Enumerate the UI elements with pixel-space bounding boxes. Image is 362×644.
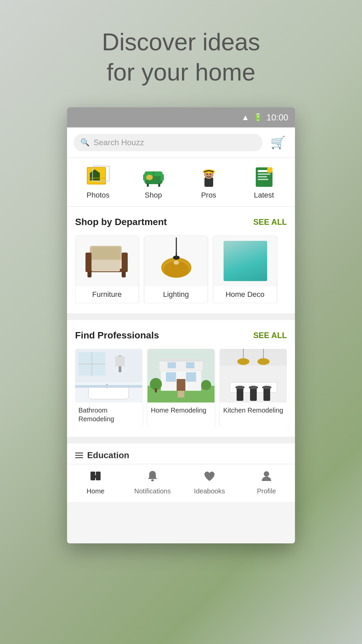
kitchen-svg bbox=[220, 349, 287, 402]
svg-rect-48 bbox=[115, 356, 125, 366]
svg-point-19 bbox=[210, 173, 211, 175]
cart-button[interactable]: 🛒 bbox=[268, 133, 288, 152]
section-header-pros: Find Professionals SEE ALL bbox=[75, 330, 287, 341]
cart-icon: 🛒 bbox=[270, 136, 286, 149]
nav-profile[interactable]: Profile bbox=[243, 470, 290, 495]
heart-svg bbox=[203, 470, 216, 482]
svg-rect-22 bbox=[258, 173, 270, 175]
search-placeholder: Search Houzz bbox=[94, 138, 144, 147]
svg-rect-11 bbox=[147, 183, 149, 187]
svg-rect-9 bbox=[143, 174, 146, 181]
shop-icon bbox=[142, 165, 165, 188]
svg-point-18 bbox=[206, 173, 208, 175]
svg-rect-14 bbox=[204, 177, 213, 187]
pro-card-kitchen[interactable]: Kitchen Remodeling bbox=[220, 349, 287, 427]
quick-nav: Photos Shop bbox=[67, 158, 295, 207]
bathroom-svg bbox=[75, 349, 142, 402]
battery-icon: 🔋 bbox=[253, 113, 262, 122]
nav-home[interactable]: Home bbox=[72, 470, 119, 495]
peek-title-row: Education bbox=[75, 450, 287, 461]
svg-point-69 bbox=[237, 358, 249, 365]
home-deco-label: Home Deco bbox=[214, 286, 277, 303]
house-svg bbox=[147, 349, 215, 402]
svg-rect-25 bbox=[267, 167, 273, 173]
professional-cards: Bathroom Remodeling bbox=[75, 349, 287, 427]
svg-rect-67 bbox=[220, 349, 287, 366]
profile-icon bbox=[260, 470, 273, 485]
svg-rect-33 bbox=[92, 260, 120, 271]
peek-title: Education bbox=[87, 450, 129, 461]
home-nav-svg bbox=[89, 470, 102, 482]
section-header-shop: Shop by Department SEE ALL bbox=[75, 217, 287, 227]
svg-rect-29 bbox=[122, 253, 128, 271]
svg-rect-23 bbox=[258, 176, 267, 177]
person-svg bbox=[260, 470, 273, 482]
nav-item-pros[interactable]: Pros bbox=[189, 165, 229, 200]
dept-card-lighting[interactable]: Lighting bbox=[144, 235, 208, 303]
svg-rect-34 bbox=[92, 247, 120, 259]
svg-rect-75 bbox=[263, 387, 270, 401]
svg-rect-55 bbox=[159, 361, 203, 371]
svg-rect-12 bbox=[158, 183, 160, 187]
search-icon: 🔍 bbox=[80, 138, 89, 147]
shop-dept-title: Shop by Department bbox=[75, 217, 167, 227]
svg-rect-59 bbox=[177, 379, 185, 391]
pro-card-home-remodeling[interactable]: Home Remodeling bbox=[147, 349, 215, 427]
latest-icon bbox=[252, 165, 276, 188]
content-area: Shop by Department SEE ALL bbox=[67, 207, 295, 464]
headline-text: Discover ideas for your home bbox=[13, 27, 349, 87]
ideabooks-icon bbox=[203, 470, 216, 485]
svg-rect-60 bbox=[168, 362, 176, 368]
nav-item-latest[interactable]: Latest bbox=[244, 165, 284, 200]
svg-rect-73 bbox=[237, 387, 243, 401]
svg-point-13 bbox=[146, 175, 153, 180]
find-pros-see-all[interactable]: SEE ALL bbox=[253, 331, 287, 340]
svg-point-77 bbox=[249, 386, 258, 389]
bottom-peek-section: Education bbox=[67, 443, 295, 464]
home-icon bbox=[89, 470, 102, 485]
nav-ideabooks[interactable]: Ideabooks bbox=[186, 470, 233, 495]
home-nav-label: Home bbox=[86, 487, 104, 495]
dept-card-furniture[interactable]: Furniture bbox=[75, 235, 139, 303]
svg-point-63 bbox=[150, 378, 162, 390]
pros-label: Pros bbox=[201, 191, 216, 200]
wifi-icon: ▲ bbox=[241, 113, 249, 122]
svg-point-71 bbox=[257, 358, 269, 365]
home-deco-visual bbox=[224, 241, 267, 281]
svg-rect-24 bbox=[258, 179, 268, 180]
nav-notifications[interactable]: Notifications bbox=[129, 470, 176, 495]
svg-rect-2 bbox=[90, 173, 100, 180]
pros-icon bbox=[197, 165, 221, 188]
headline-line2: for your home bbox=[107, 59, 255, 86]
svg-rect-65 bbox=[155, 388, 157, 392]
home-remodeling-image bbox=[147, 349, 215, 402]
svg-point-82 bbox=[151, 479, 154, 481]
lighting-image bbox=[144, 236, 208, 286]
svg-rect-61 bbox=[186, 362, 194, 368]
pro-card-bathroom[interactable]: Bathroom Remodeling bbox=[75, 349, 142, 427]
svg-rect-32 bbox=[122, 271, 126, 277]
kitchen-label: Kitchen Remodeling bbox=[220, 402, 287, 418]
bottom-nav: Home Notifications Ideabooks bbox=[67, 464, 295, 502]
furniture-label: Furniture bbox=[75, 286, 138, 303]
headline-line1: Discover ideas bbox=[102, 29, 260, 55]
find-pros-title: Find Professionals bbox=[75, 330, 159, 341]
search-area: 🔍 Search Houzz 🛒 bbox=[67, 127, 295, 158]
department-cards: Furniture bbox=[75, 235, 287, 303]
search-input-wrapper[interactable]: 🔍 Search Houzz bbox=[74, 134, 262, 151]
photos-label: Photos bbox=[86, 191, 110, 200]
nav-item-photos[interactable]: Photos bbox=[78, 165, 118, 200]
headline-area: Discover ideas for your home bbox=[0, 0, 362, 107]
svg-rect-62 bbox=[178, 391, 184, 397]
profile-nav-label: Profile bbox=[257, 487, 276, 495]
furniture-image bbox=[75, 236, 139, 286]
notifications-icon bbox=[146, 470, 159, 485]
home-remodeling-label: Home Remodeling bbox=[147, 402, 215, 418]
bathroom-image bbox=[75, 349, 142, 402]
shop-dept-see-all[interactable]: SEE ALL bbox=[253, 217, 287, 227]
furniture-svg bbox=[81, 239, 133, 283]
dept-card-home-deco[interactable]: Home Deco bbox=[213, 235, 277, 303]
photos-icon bbox=[86, 165, 110, 188]
ideabooks-nav-label: Ideabooks bbox=[194, 487, 225, 495]
nav-item-shop[interactable]: Shop bbox=[133, 165, 174, 200]
